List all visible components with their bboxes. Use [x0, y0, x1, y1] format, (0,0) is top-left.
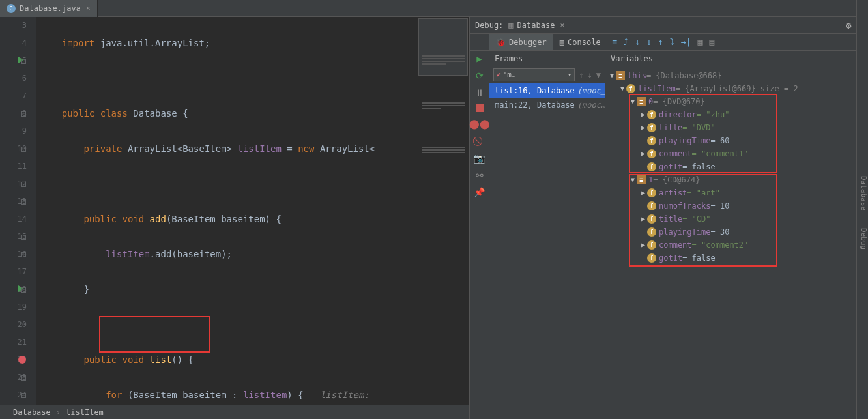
file-tab-label: Database.java — [20, 4, 81, 13]
close-icon[interactable]: × — [86, 4, 91, 12]
debug-panel: Debug: ▦ Database × ⚙ — 🐞Debugger ▤Conso… — [469, 17, 868, 419]
field-icon: f — [647, 201, 656, 210]
frames-title: Frames — [489, 51, 605, 66]
pause-icon[interactable]: ⏸ — [475, 87, 484, 98]
console-tab[interactable]: ▤Console — [553, 34, 607, 50]
bug-icon: 🐞 — [496, 38, 506, 47]
camera-icon[interactable]: 📷 — [474, 153, 485, 164]
debug-sidebar: ▶ ⟳ ⏸ ⬤⬤ ⃠ 📷 ⚯ 📌 — [470, 51, 489, 419]
stop-icon[interactable] — [476, 104, 484, 112]
field-icon: f — [647, 162, 656, 171]
pin-icon[interactable]: 📌 — [474, 187, 485, 197]
gutter[interactable]: 34 5− 67 8− 910−11 12− 13−1415− 16− 17 1… — [0, 17, 36, 405]
editor-pane: 34 5− 67 8− 910−11 12− 13−1415− 16− 17 1… — [0, 17, 469, 419]
frames-toolbar: ✔"m…▾ ↑ ↓ ▼ — [489, 66, 605, 83]
debug-toolbar: 🐞Debugger ▤Console ≡ ⤴ ↓ ↓ ↑ ⤵ →| ▦ ▤ ▥ — [470, 34, 868, 51]
step-out-icon[interactable]: ↑ — [658, 37, 663, 47]
step-into-icon[interactable]: ↓ — [635, 37, 640, 47]
field-icon: f — [647, 240, 656, 250]
breakpoints-icon[interactable]: ⬤⬤ — [469, 119, 490, 129]
settings-icon[interactable]: ⚯ — [476, 170, 484, 181]
breadcrumb[interactable]: Database › listItem — [0, 405, 469, 419]
variables-tree[interactable]: ▼≡this = {Database@668} ▼flistItem = {Ar… — [605, 66, 868, 419]
evaluate-icon[interactable]: ▦ — [698, 37, 703, 47]
side-tab[interactable]: Debug — [860, 228, 868, 250]
field-icon: f — [647, 188, 656, 197]
more-icon[interactable]: ▤ — [709, 37, 714, 47]
field-icon: f — [626, 84, 635, 93]
debug-body: ▶ ⟳ ⏸ ⬤⬤ ⃠ 📷 ⚯ 📌 Frames ✔"m…▾ ↑ ↓ ▼ — [470, 51, 868, 419]
object-icon: ≡ — [637, 175, 646, 184]
debug-label: Debug: — [475, 21, 503, 30]
stack-frame[interactable]: main:22, Database (mooc… — [489, 98, 605, 112]
resume-icon[interactable]: ▶ — [476, 53, 482, 64]
object-icon: ≡ — [637, 97, 646, 106]
field-icon: f — [647, 149, 656, 158]
step-over-icon[interactable]: ⤴ — [624, 37, 628, 47]
field-icon: f — [647, 214, 656, 224]
frames-pane: Frames ✔"m…▾ ↑ ↓ ▼ list:16, Database (mo… — [489, 51, 605, 419]
filter-icon[interactable]: ▼ — [596, 70, 601, 79]
debugger-tab[interactable]: 🐞Debugger — [489, 34, 553, 50]
rerun-icon[interactable]: ⟳ — [476, 70, 484, 81]
debug-config-tab[interactable]: ▦ Database × — [508, 21, 564, 30]
frames-list[interactable]: list:16, Database (mooc_j… main:22, Data… — [489, 83, 605, 419]
field-icon: f — [647, 253, 656, 263]
prev-frame-icon[interactable]: ↑ — [579, 70, 583, 79]
class-icon: C — [7, 4, 16, 13]
code-editor[interactable]: import java.util.ArrayList; public class… — [36, 17, 469, 405]
breadcrumb-item[interactable]: Database — [13, 408, 51, 417]
file-tab[interactable]: C Database.java × — [0, 0, 98, 17]
force-step-icon[interactable]: ↓ — [646, 37, 652, 47]
field-icon: f — [647, 227, 656, 237]
thread-selector[interactable]: ✔"m…▾ — [493, 68, 575, 81]
console-icon: ▤ — [560, 38, 564, 47]
variables-pane: Variables ▼≡this = {Database@668} ▼flist… — [605, 51, 868, 419]
object-icon: ≡ — [616, 71, 625, 80]
step-icon[interactable]: ≡ — [613, 37, 618, 47]
code-area: 34 5− 67 8− 910−11 12− 13−1415− 16− 17 1… — [0, 17, 469, 405]
right-tool-stripe[interactable]: Database Debug — [856, 51, 868, 419]
gear-icon[interactable]: ⚙ — [846, 20, 851, 31]
stack-frame[interactable]: list:16, Database (mooc_j… — [489, 83, 605, 98]
chevron-right-icon: › — [56, 408, 61, 417]
minimap[interactable] — [418, 18, 468, 76]
run-to-cursor-icon[interactable]: →| — [681, 37, 691, 47]
field-icon: f — [647, 136, 656, 145]
side-tab[interactable]: Database — [860, 176, 868, 210]
variables-title: Variables — [605, 51, 868, 66]
debug-header: Debug: ▦ Database × ⚙ — — [470, 17, 868, 34]
next-frame-icon[interactable]: ↓ — [588, 70, 592, 79]
breadcrumb-item[interactable]: listItem — [66, 408, 104, 417]
editor-tabs: C Database.java × — [0, 0, 868, 17]
close-icon[interactable]: × — [560, 21, 564, 29]
field-icon: f — [647, 123, 656, 132]
field-icon: f — [647, 110, 656, 119]
main-split: 34 5− 67 8− 910−11 12− 13−1415− 16− 17 1… — [0, 17, 868, 419]
application-icon: ▦ — [508, 21, 513, 30]
breakpoint-icon[interactable] — [18, 356, 26, 364]
drop-frame-icon[interactable]: ⤵ — [670, 37, 674, 47]
